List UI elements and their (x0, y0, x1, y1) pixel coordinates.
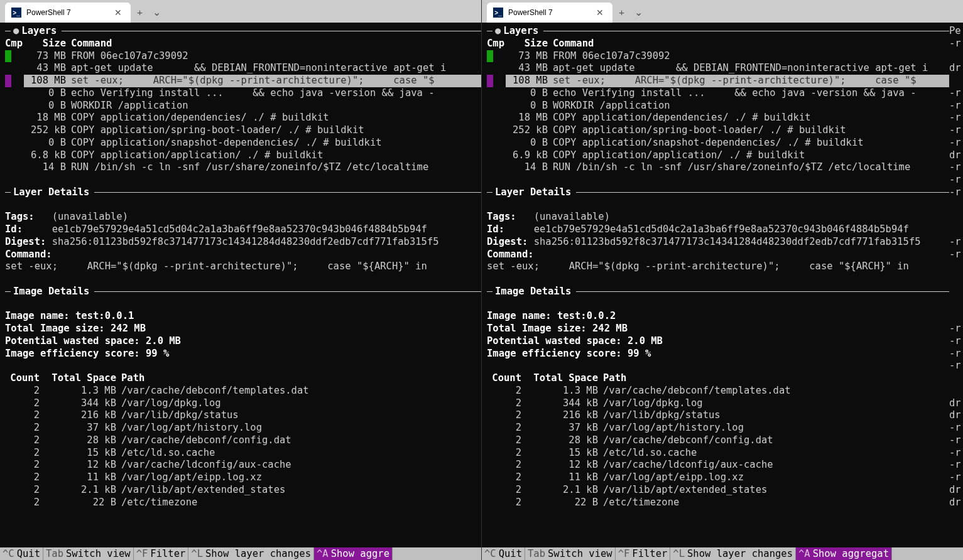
footer-key: Tab (528, 548, 545, 559)
layer-command: set -eux; ARCH="$(dpkg --print-architect… (71, 75, 481, 87)
layer-row[interactable]: 0 B COPY application/snapshot-dependenci… (487, 137, 963, 149)
layer-row[interactable]: 0 B echo Verifying install ... && echo j… (487, 87, 963, 100)
wasted-space: 22 B (521, 497, 603, 509)
layer-size: 252 kB (506, 124, 553, 137)
image-name: Image name: test:0.0.1 (5, 310, 481, 323)
layer-command: WORKDIR /application (71, 100, 481, 112)
tab-dropdown-icon[interactable]: ⌄ (153, 7, 161, 18)
wasted-count: 2 (487, 397, 521, 410)
layer-row[interactable]: 0 B echo Verifying install ... && echo j… (5, 87, 481, 100)
image-details-section-header: Image Details (487, 286, 963, 298)
wasted-space: 37 kB (521, 422, 603, 434)
wasted-space: 15 kB (521, 447, 603, 460)
footer-item[interactable]: ^LShow layer changes (188, 547, 314, 560)
wasted-row: 215 kB /etc/ld.so.cache (5, 447, 481, 460)
layer-row[interactable]: 6.8 kB COPY application/application/ ./ … (5, 149, 481, 162)
layer-row[interactable]: 0 B COPY application/snapshot-dependenci… (5, 137, 481, 149)
layer-size: 0 B (24, 137, 71, 149)
footer-item[interactable]: ^FFilter (134, 547, 189, 560)
wasted-space: 216 kB (521, 409, 603, 422)
wasted-space: 344 kB (40, 397, 121, 410)
footer-item[interactable]: ^AShow aggre (314, 547, 393, 560)
wasted-path: /var/log/apt/eipp.log.xz (603, 471, 963, 484)
layer-command-value: set -eux; ARCH="$(dpkg --print-architect… (487, 261, 963, 273)
wasted-space: 344 kB (521, 397, 603, 410)
footer-item[interactable]: ^AShow aggregat (796, 547, 892, 560)
wasted-path: /var/log/apt/history.log (603, 422, 963, 434)
layer-row[interactable]: 18 MB COPY application/dependencies/ ./ … (487, 112, 963, 124)
layer-row[interactable]: 108 MB set -eux; ARCH="$(dpkg --print-ar… (5, 75, 481, 87)
tab-actions: + ⌄ (131, 3, 167, 23)
layer-row[interactable]: 252 kB COPY application/spring-boot-load… (487, 124, 963, 137)
wasted-path: /var/log/apt/eipp.log.xz (121, 471, 481, 484)
wasted-path: /var/lib/dpkg/status (121, 409, 481, 422)
layer-command-value: set -eux; ARCH="$(dpkg --print-architect… (5, 261, 481, 273)
layer-row[interactable]: 18 MB COPY application/dependencies/ ./ … (5, 112, 481, 124)
image-details-section-header: Image Details (5, 286, 481, 298)
layer-size: 18 MB (24, 112, 71, 124)
layer-size: 0 B (506, 137, 553, 149)
layer-row[interactable]: 6.9 kB COPY application/application/ ./ … (487, 149, 963, 162)
footer-keybindings: ^CQuitTabSwitch view^FFilter^LShow layer… (482, 547, 963, 560)
layer-row[interactable]: 43 MB apt-get update && DEBIAN_FRONTEND=… (5, 62, 481, 75)
wasted-path: /var/cache/debconf/config.dat (603, 434, 963, 447)
close-icon[interactable]: ✕ (594, 8, 606, 18)
layer-size: 6.8 kB (24, 149, 71, 162)
layer-size: 6.9 kB (506, 149, 553, 162)
footer-item[interactable]: TabSwitch view (525, 547, 616, 560)
wasted-count: 2 (5, 447, 40, 460)
layer-row[interactable]: 0 B WORKDIR /application (5, 100, 481, 112)
wasted-space: 1.3 MB (521, 385, 603, 397)
image-wasted: Potential wasted space: 2.0 MB (487, 335, 963, 348)
footer-item[interactable]: ^CQuit (0, 547, 43, 560)
image-efficiency: Image efficiency score: 99 % (487, 348, 963, 360)
layer-size: 252 kB (24, 124, 71, 137)
layer-digest: Digest: sha256:01123bd592f8c371477173c14… (5, 236, 481, 249)
footer-item[interactable]: ^FFilter (616, 547, 671, 560)
terminal-content[interactable]: ●Layers CmpSize Command73 MB FROM 06ec10… (482, 23, 963, 547)
wasted-path: /var/cache/debconf/templates.dat (121, 385, 481, 397)
close-icon[interactable]: ✕ (112, 8, 124, 18)
footer-item[interactable]: TabSwitch view (43, 547, 134, 560)
wasted-count: 2 (5, 409, 40, 422)
layer-row[interactable]: 14 B RUN /bin/sh -c ln -snf /usr/share/z… (487, 161, 963, 174)
tab[interactable]: >_ PowerShell 7 ✕ (487, 3, 612, 23)
new-tab-icon[interactable]: + (619, 7, 624, 18)
wasted-row: 21.3 MB /var/cache/debconf/templates.dat (5, 385, 481, 397)
layer-row[interactable]: 43 MB apt-get update && DEBIAN_FRONTEND=… (487, 62, 963, 75)
footer-key: ^C (3, 548, 14, 559)
layer-size: 43 MB (24, 62, 71, 75)
footer-item[interactable]: ^LShow layer changes (670, 547, 796, 560)
wasted-count: 2 (5, 397, 40, 410)
tab-dropdown-icon[interactable]: ⌄ (634, 7, 643, 18)
wasted-header: CountTotal Space Path (487, 372, 963, 385)
layer-command: echo Verifying install ... && echo java … (71, 87, 481, 100)
layer-row[interactable]: 14 B RUN /bin/sh -c ln -snf /usr/share/z… (5, 161, 481, 174)
wasted-row: 237 kB /var/log/apt/history.log (5, 422, 481, 434)
footer-label: Quit (17, 548, 40, 559)
footer-item[interactable]: ^CQuit (482, 547, 525, 560)
footer-key: ^C (484, 548, 496, 559)
layer-row[interactable]: 73 MB FROM 06ec107a7c39092 (487, 50, 963, 63)
layer-row[interactable]: 108 MB set -eux; ARCH="$(dpkg --print-ar… (487, 75, 963, 87)
layer-row[interactable]: 0 B WORKDIR /application (487, 100, 963, 112)
layer-row[interactable]: 73 MB FROM 06ec107a7c39092 (5, 50, 481, 63)
wasted-path: /var/lib/apt/extended_states (603, 484, 963, 497)
layer-id: Id: ee1cb79e57929e4a51cd5d04c2a1a3ba6ff9… (487, 223, 963, 236)
layer-row[interactable]: 252 kB COPY application/spring-boot-load… (5, 124, 481, 137)
wasted-path: /var/lib/dpkg/status (603, 409, 963, 422)
wasted-space: 2.1 kB (521, 484, 603, 497)
terminal-content[interactable]: ●Layers CmpSize Command73 MB FROM 06ec10… (0, 23, 481, 547)
layer-size: 18 MB (506, 112, 553, 124)
wasted-count: 2 (487, 422, 521, 434)
titlebar: >_ PowerShell 7 ✕ + ⌄ (482, 0, 963, 23)
footer-keybindings: ^CQuitTabSwitch view^FFilter^LShow layer… (0, 547, 481, 560)
new-tab-icon[interactable]: + (137, 7, 143, 18)
layer-command: COPY application/snapshot-dependencies/ … (71, 137, 481, 149)
tab[interactable]: >_ PowerShell 7 ✕ (5, 3, 131, 23)
layer-size: 14 B (506, 161, 553, 174)
footer-label: Filter (150, 548, 185, 559)
layer-size: 14 B (24, 161, 71, 174)
footer-key: ^F (136, 548, 148, 559)
wasted-row: 212 kB /var/cache/ldconfig/aux-cache (487, 459, 963, 471)
